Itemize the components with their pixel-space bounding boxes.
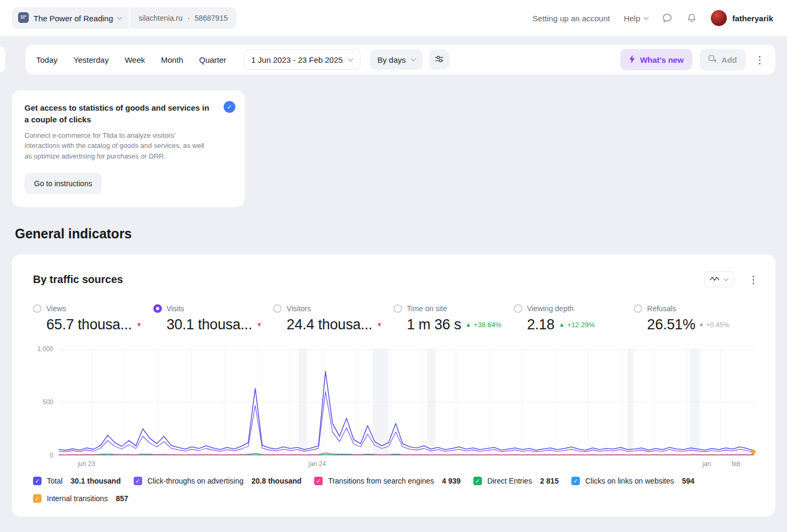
legend-item-total[interactable]: ✓Total30.1 thousand — [33, 477, 121, 485]
promo-body: Connect e-commerce for Tilda to analyze … — [24, 130, 212, 162]
more-menu-button[interactable]: ⋮ — [751, 49, 769, 70]
promo-check-icon[interactable]: ✓ — [224, 101, 235, 113]
help-label: Help — [624, 14, 640, 23]
metric-radio-time-on-site[interactable] — [393, 304, 402, 313]
y-axis: 1,0005000 — [33, 349, 53, 455]
chart-plot[interactable] — [59, 349, 754, 455]
metric-value-row: 65.7 thousa...▼ — [33, 317, 153, 333]
x-axis: jun 23jan 24janfeb — [59, 455, 754, 469]
legend-checkbox-icon[interactable]: ✓ — [571, 477, 580, 485]
trend-down-icon: ▼ — [136, 322, 142, 328]
metric-radio-visits[interactable] — [153, 304, 162, 313]
metric-head: Visitors — [273, 304, 393, 313]
legend-checkbox-icon[interactable]: ✓ — [134, 477, 142, 485]
y-tick-label: 1,000 — [37, 345, 53, 353]
metric-radio-visitors[interactable] — [273, 304, 282, 313]
trend-down-icon: ▼ — [256, 322, 262, 328]
check-glyph: ✓ — [227, 103, 232, 111]
card-more-button[interactable]: ⋮ — [744, 269, 763, 289]
top-bar-right: Setting up an account Help fatheryarik — [532, 10, 773, 26]
setup-account-link[interactable]: Setting up an account — [532, 14, 610, 23]
card-header-actions: ⋮ — [704, 269, 763, 289]
metric-value: 2.18 — [527, 317, 555, 333]
metric-value-row: 30.1 thousa...▼ — [153, 317, 274, 333]
period-tab-today[interactable]: Today — [36, 55, 58, 64]
metric-label: Viewing depth — [527, 304, 574, 313]
metric-label: Time on site — [407, 304, 447, 313]
legend-item-transitions-from-search-engines[interactable]: ✓Transitions from search engines4 939 — [314, 477, 461, 485]
y-tick-label: 500 — [43, 398, 53, 406]
counter-switcher[interactable]: The Power of Reading silachtenia.ru · 58… — [12, 7, 236, 29]
legend-item-clicks-on-links-on-websites[interactable]: ✓Clicks on links on websites594 — [571, 477, 694, 485]
chevron-down-icon — [724, 276, 729, 281]
add-icon — [708, 55, 717, 65]
metric-radio-views[interactable] — [33, 304, 42, 313]
legend-label: Click-throughs on advertising — [147, 477, 244, 485]
toolbar: TodayYesterdayWeekMonthQuarter 1 Jun 202… — [26, 45, 775, 74]
sidebar-collapse-handle[interactable] — [0, 47, 5, 72]
username: fatheryarik — [732, 14, 773, 23]
zigzag-icon — [710, 275, 719, 284]
legend-checkbox-icon[interactable]: ✓ — [33, 477, 42, 485]
legend-value: 30.1 thousand — [71, 477, 121, 485]
metric-refusals[interactable]: Refusals26.51%◆+0.45% — [634, 304, 754, 333]
metric-visits[interactable]: Visits30.1 thousa...▼ — [153, 304, 274, 333]
legend-item-direct-entries[interactable]: ✓Direct Entries2 815 — [473, 477, 559, 485]
metric-visitors[interactable]: Visitors24.4 thousa...▼ — [273, 304, 393, 333]
help-menu[interactable]: Help — [624, 14, 648, 23]
metric-value: 1 m 36 s — [407, 317, 461, 333]
metric-label: Views — [46, 304, 66, 313]
legend-checkbox-icon[interactable]: ✓ — [473, 477, 482, 485]
period-tab-quarter[interactable]: Quarter — [199, 55, 226, 64]
trend-up-icon: ▲ — [465, 322, 471, 328]
go-to-instructions-button[interactable]: Go to instructions — [24, 173, 102, 194]
period-tab-week[interactable]: Week — [125, 55, 145, 64]
metrics-row: Views65.7 thousa...▼Visits30.1 thousa...… — [33, 304, 754, 333]
metric-label: Visitors — [286, 304, 311, 313]
user-avatar[interactable] — [711, 10, 727, 26]
period-tab-yesterday[interactable]: Yesterday — [73, 55, 109, 64]
add-widget-button[interactable]: Add — [700, 49, 745, 70]
legend-checkbox-icon[interactable]: ✓ — [33, 494, 42, 503]
metric-label: Refusals — [647, 304, 676, 313]
chat-icon[interactable] — [662, 13, 673, 23]
counter-name-segment[interactable]: The Power of Reading — [12, 7, 129, 29]
chevron-down-icon — [644, 14, 649, 20]
metric-head: Visits — [153, 304, 274, 313]
x-tick-label: jun 23 — [78, 460, 95, 468]
user-menu[interactable]: fatheryarik — [711, 10, 773, 26]
metric-head: Refusals — [634, 304, 754, 313]
promo-card: ✓ Get access to statistics of goods and … — [12, 90, 245, 207]
segment-filter-button[interactable] — [429, 49, 449, 70]
toolbar-row: TodayYesterdayWeekMonthQuarter 1 Jun 202… — [0, 45, 787, 74]
add-label: Add — [722, 55, 737, 64]
chart-type-button[interactable] — [704, 271, 734, 287]
trend-up-icon: ▲ — [559, 322, 564, 328]
metric-delta: +12.29% — [567, 321, 595, 329]
metric-viewing-depth[interactable]: Viewing depth2.18▲+12.29% — [514, 304, 634, 333]
traffic-chart[interactable]: 1,0005000 jun 23jan 24janfeb — [33, 349, 754, 469]
chart-legend: ✓Total30.1 thousand✓Click-throughs on ad… — [33, 477, 754, 503]
legend-item-internal-transitions[interactable]: ✓Internal transitions857 — [33, 494, 128, 503]
group-by-select[interactable]: By days — [370, 49, 423, 70]
period-tab-month[interactable]: Month — [161, 55, 183, 64]
metric-value-row: 1 m 36 s▲+38.64% — [393, 317, 514, 333]
legend-checkbox-icon[interactable]: ✓ — [314, 477, 323, 485]
bell-icon[interactable] — [686, 13, 697, 23]
lightning-icon — [629, 55, 635, 65]
legend-label: Internal transitions — [47, 494, 108, 503]
metric-value: 30.1 thousa... — [167, 317, 252, 333]
card-header: By traffic sources ⋮ — [33, 269, 754, 289]
chart-canvas[interactable] — [59, 349, 754, 455]
legend-item-click-throughs-on-advertising[interactable]: ✓Click-throughs on advertising20.8 thous… — [134, 477, 302, 485]
date-range-picker[interactable]: 1 Jun 2023 - 23 Feb 2025 — [243, 49, 360, 70]
metric-radio-viewing-depth[interactable] — [514, 304, 522, 313]
metric-views[interactable]: Views65.7 thousa...▼ — [33, 304, 153, 333]
metric-time-on-site[interactable]: Time on site1 m 36 s▲+38.64% — [393, 304, 514, 333]
metric-radio-refusals[interactable] — [634, 304, 642, 313]
whats-new-label: What's new — [640, 55, 684, 64]
counter-domain-segment: silachtenia.ru · 58687915 — [130, 7, 236, 29]
legend-value: 594 — [682, 477, 694, 485]
promo-title: Get access to statistics of goods and se… — [24, 102, 212, 126]
whats-new-button[interactable]: What's new — [620, 49, 692, 70]
